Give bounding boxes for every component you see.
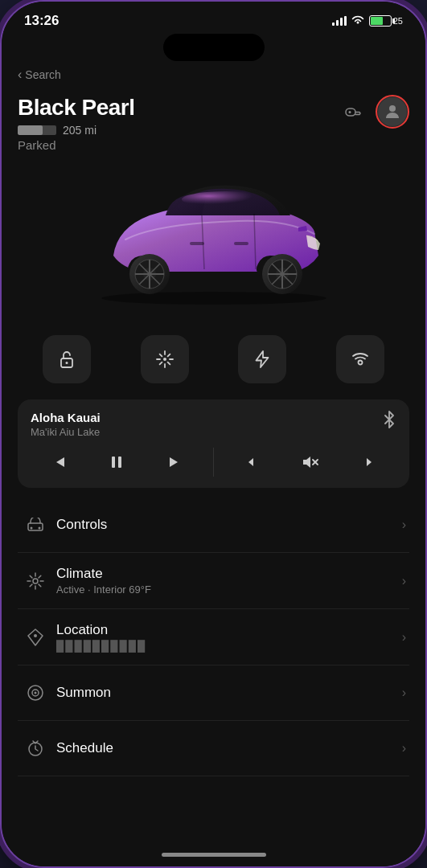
battery-range: 205 mi: [18, 124, 135, 137]
controls-title: Controls: [56, 517, 402, 533]
svg-point-36: [35, 692, 37, 694]
header-icons: [339, 95, 409, 129]
svg-rect-19: [234, 242, 248, 245]
climate-icon: [21, 567, 50, 596]
menu-section: Controls › Climate Active · Interior 6: [18, 497, 409, 776]
location-menu-item[interactable]: Location ██████████ ›: [18, 609, 409, 665]
climate-title: Climate: [56, 566, 402, 582]
status-time: 13:26: [24, 13, 59, 29]
summon-chevron-icon: ›: [402, 686, 406, 700]
svg-point-23: [163, 358, 166, 361]
home-indicator: [2, 842, 425, 866]
dynamic-island: [163, 34, 265, 61]
main-content: Black Pearl 205 mi Parked: [2, 88, 425, 842]
svg-point-33: [34, 634, 37, 637]
svg-point-31: [39, 527, 41, 530]
location-subtitle: ██████████: [56, 640, 402, 652]
nav-bar: ‹ Search: [2, 61, 425, 88]
next-track-button[interactable]: [157, 448, 192, 477]
svg-rect-25: [112, 457, 115, 468]
status-bar: 13:26: [2, 2, 425, 34]
battery-container: 25: [369, 15, 403, 27]
quick-actions: [18, 324, 409, 399]
car-info: Black Pearl 205 mi Parked: [18, 95, 135, 152]
next-source-button[interactable]: [352, 449, 384, 475]
phone-frame: 13:26: [0, 0, 427, 868]
summon-menu-item[interactable]: Summon ›: [18, 665, 409, 721]
car-header: Black Pearl 205 mi Parked: [18, 88, 409, 155]
phone-screen: 13:26: [2, 2, 425, 866]
media-controls-right: [224, 448, 396, 477]
wifi-icon: [351, 14, 364, 27]
svg-rect-20: [190, 242, 204, 245]
svg-point-1: [349, 111, 351, 113]
media-controls: [31, 448, 396, 477]
battery-icon: [369, 15, 392, 27]
back-button[interactable]: ‹ Search: [18, 68, 61, 82]
schedule-icon: [21, 734, 50, 763]
car-status: Parked: [18, 138, 135, 152]
car-icon: [21, 510, 50, 539]
location-icon: [21, 623, 50, 652]
climate-quick-button[interactable]: [141, 335, 189, 383]
svg-point-30: [31, 527, 33, 530]
location-chevron-icon: ›: [402, 630, 406, 645]
svg-rect-26: [118, 457, 121, 468]
summon-title: Summon: [56, 685, 402, 701]
range-bar-fill: [18, 125, 43, 135]
summon-icon: [21, 678, 50, 707]
range-bar: [18, 125, 56, 135]
controls-chevron-icon: ›: [402, 518, 406, 532]
climate-subtitle: Active · Interior 69°F: [56, 583, 402, 596]
location-title: Location: [56, 622, 402, 638]
schedule-title: Schedule: [56, 740, 402, 756]
avatar-icon: [378, 97, 407, 126]
media-card: Aloha Kauai Ma'iki Aiu Lake: [18, 399, 409, 488]
svg-point-22: [65, 362, 68, 364]
svg-rect-29: [28, 523, 43, 530]
home-bar: [162, 853, 266, 857]
song-title: Aloha Kauai: [31, 411, 101, 424]
bluetooth-icon: [382, 411, 396, 432]
back-label: Search: [25, 68, 60, 81]
key-icon[interactable]: [339, 97, 367, 126]
schedule-chevron-icon: ›: [402, 741, 406, 755]
signal-bars-icon: [332, 16, 347, 26]
more-quick-button[interactable]: [336, 335, 384, 383]
controls-menu-item[interactable]: Controls ›: [18, 497, 409, 553]
song-artist: Ma'iki Aiu Lake: [31, 426, 101, 438]
back-chevron-icon: ‹: [18, 68, 22, 82]
svg-point-2: [389, 105, 396, 112]
avatar-button[interactable]: [376, 95, 409, 129]
media-controls-left: [31, 448, 214, 477]
car-image: [77, 163, 351, 308]
svg-point-4: [182, 191, 270, 207]
battery-fill: [371, 17, 384, 25]
schedule-menu-item[interactable]: Schedule ›: [18, 721, 409, 776]
charge-quick-button[interactable]: [238, 335, 286, 383]
svg-point-24: [359, 361, 363, 365]
car-image-container: [18, 155, 409, 324]
media-info: Aloha Kauai Ma'iki Aiu Lake: [31, 411, 396, 438]
unlock-button[interactable]: [43, 335, 91, 383]
pause-button[interactable]: [99, 448, 134, 477]
prev-source-button[interactable]: [236, 449, 268, 475]
mute-button[interactable]: [291, 448, 328, 476]
svg-point-32: [33, 579, 38, 583]
range-text: 205 mi: [63, 124, 96, 137]
prev-track-button[interactable]: [42, 448, 77, 477]
car-name: Black Pearl: [18, 95, 135, 121]
svg-point-3: [101, 292, 326, 305]
climate-chevron-icon: ›: [402, 574, 406, 588]
climate-menu-item[interactable]: Climate Active · Interior 69°F ›: [18, 553, 409, 609]
status-icons: 25: [332, 14, 403, 27]
